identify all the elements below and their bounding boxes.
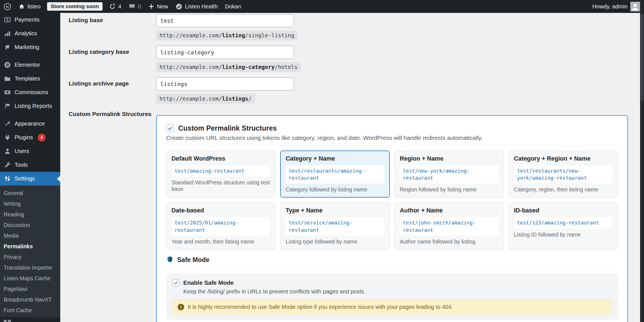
megaphone-icon — [3, 44, 11, 51]
card-code: test/123/amazing-restaurant — [514, 217, 613, 228]
info-icon: i — [178, 304, 184, 310]
structure-card-default-wordpress[interactable]: Default WordPress test/amazing-restauran… — [166, 150, 275, 198]
structure-card-category-region-name[interactable]: Category + Region + Name test/restaurant… — [509, 150, 618, 198]
new-label: New — [157, 3, 168, 10]
svg-text:W: W — [6, 4, 9, 9]
sidebar-separator — [0, 54, 60, 58]
card-description: Standard WordPress structure using test … — [172, 179, 270, 192]
howdy-label: Howdy, admin — [592, 3, 627, 10]
card-description: Listing type followed by name — [286, 238, 384, 245]
sidebar-item-label: Templates — [15, 75, 40, 82]
svg-text:$: $ — [6, 18, 9, 22]
banknote-icon — [3, 89, 11, 96]
card-code: test/restaurants/amazing-restaurant — [286, 165, 384, 184]
submenu-item-font-cache[interactable]: Font Cache — [0, 305, 60, 316]
safe-mode-header: Safe Mode — [166, 256, 618, 264]
partial-menu-item-icon — [0, 320, 60, 322]
listing-category-base-input[interactable] — [156, 46, 294, 59]
sidebar-item-label: Users — [15, 148, 29, 154]
custom-permalink-header: Custom Permalink Structures — [166, 124, 618, 132]
card-code: test/restaurants/new-york/amazing-restau… — [514, 165, 613, 184]
updates-menu[interactable]: 4 — [105, 0, 125, 13]
scrollbar[interactable] — [640, 0, 644, 322]
dokan-label: Dokan — [225, 3, 241, 10]
submenu-item-writing[interactable]: Writing — [0, 198, 60, 209]
sidebar-item-listing-reports[interactable]: Listing Reports — [0, 99, 60, 113]
card-description: Year and month, then listing name — [172, 238, 270, 245]
card-description: Author name followed by listing — [400, 238, 499, 245]
comments-count: 0 — [138, 3, 141, 10]
submenu-label: Reading — [4, 211, 24, 218]
enable-safe-mode-row: Enable Safe Mode — [172, 279, 612, 286]
sidebar-item-templates[interactable]: Templates — [0, 72, 60, 85]
listeo-health-label: Listeo Health — [185, 3, 218, 10]
listing-base-row: Listing base http://example.com/listing/… — [69, 14, 640, 40]
card-description: Region followed by listing name — [400, 186, 499, 193]
wp-logo-menu[interactable]: W — [0, 0, 15, 13]
submenu-item-media[interactable]: Media — [0, 230, 60, 241]
submenu-label: Discussion — [4, 222, 30, 228]
submenu-item-listeo-maps-cache[interactable]: Listeo Maps Cache — [0, 273, 60, 284]
admin-bar-right: Howdy, admin — [592, 0, 644, 13]
sidebar-item-plugins[interactable]: Plugins 4 — [0, 131, 60, 144]
submenu-item-general[interactable]: General — [0, 188, 60, 198]
structure-card-author-name[interactable]: Author + Name test/john-smith/amazing-re… — [395, 202, 504, 249]
sliders-icon — [3, 175, 11, 182]
health-check-icon — [175, 3, 182, 10]
structure-card-region-name[interactable]: Region + Name test/new-york/amazing-rest… — [395, 150, 504, 198]
sidebar-item-elementor[interactable]: Elementor — [0, 58, 60, 72]
listing-base-input[interactable] — [156, 14, 294, 27]
listing-base-example: http://example.com/listing/single-listin… — [156, 31, 298, 40]
new-content-menu[interactable]: New — [145, 0, 172, 13]
structure-card-category-name[interactable]: Category + Name test/restaurants/amazing… — [280, 150, 390, 198]
admin-bar: W listeo Store coming soon 4 0 — [0, 0, 644, 13]
sidebar-item-appearance[interactable]: Appearance — [0, 117, 60, 131]
card-description: Category followed by listing name — [286, 186, 384, 193]
listings-archive-page-input[interactable] — [156, 77, 294, 91]
submenu-item-permalinks[interactable]: Permalinks — [0, 241, 60, 252]
submenu-item-translation-importer[interactable]: Translation Importer — [0, 262, 60, 273]
card-title: Date-based — [172, 207, 270, 214]
sidebar-item-tools[interactable]: Tools — [0, 158, 60, 172]
submenu-label: Translation Importer — [4, 265, 52, 271]
submenu-item-privacy[interactable]: Privacy — [0, 252, 60, 262]
comment-bubble-icon — [129, 3, 135, 10]
safe-mode-title: Safe Mode — [177, 256, 209, 264]
sidebar-item-label: Tools — [15, 162, 28, 168]
enable-safe-mode-checkbox[interactable] — [172, 279, 179, 286]
site-name-label: listeo — [27, 3, 41, 10]
structure-card-id-based[interactable]: ID-based test/123/amazing-restaurant Lis… — [509, 202, 618, 249]
sidebar-item-analytics[interactable]: Analytics — [0, 27, 60, 40]
submenu-item-breadcrumb-navxt[interactable]: Breadcrumb NavXT — [0, 294, 60, 305]
card-code: test/2025/01/amazing-restaurant — [172, 217, 270, 235]
sidebar-item-users[interactable]: Users — [0, 144, 60, 158]
site-name-menu[interactable]: listeo — [15, 0, 44, 13]
scrollbar-thumb[interactable] — [641, 14, 643, 101]
user-icon — [3, 148, 11, 155]
panel-title: Custom Permalink Structures — [178, 124, 277, 132]
card-title: ID-based — [514, 207, 613, 214]
listeo-health-menu[interactable]: Listeo Health — [172, 0, 221, 13]
structure-card-date-based[interactable]: Date-based test/2025/01/amazing-restaura… — [166, 202, 275, 249]
store-coming-soon-badge[interactable]: Store coming soon — [47, 2, 103, 11]
flag-icon — [3, 103, 11, 110]
card-title: Author + Name — [400, 207, 499, 214]
submenu-item-discussion[interactable]: Discussion — [0, 220, 60, 230]
sidebar-item-label: Marketing — [15, 44, 39, 50]
submenu-item-pagenavi[interactable]: PageNavi — [0, 284, 60, 294]
divider — [166, 268, 618, 268]
submenu-item-reading[interactable]: Reading — [0, 209, 60, 220]
avatar[interactable] — [630, 2, 640, 11]
folder-icon — [3, 75, 11, 82]
sidebar-item-marketing[interactable]: Marketing — [0, 40, 60, 54]
sidebar-item-settings[interactable]: Settings — [0, 172, 60, 186]
sidebar-item-payments[interactable]: $ Payments — [0, 13, 60, 27]
wordpress-logo-icon: W — [4, 3, 11, 10]
submenu-label: Breadcrumb NavXT — [4, 296, 52, 303]
shield-icon — [166, 256, 173, 264]
custom-permalink-checkbox[interactable] — [166, 124, 174, 132]
comments-menu[interactable]: 0 — [125, 0, 145, 13]
dokan-menu[interactable]: Dokan — [221, 0, 245, 13]
structure-card-type-name[interactable]: Type + Name test/service/amazing-restaur… — [280, 202, 390, 249]
sidebar-item-commissions[interactable]: Commissions — [0, 85, 60, 99]
